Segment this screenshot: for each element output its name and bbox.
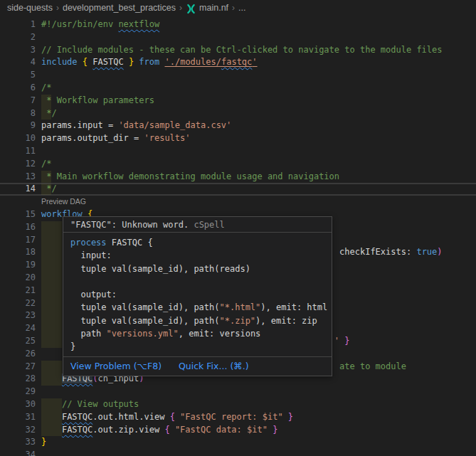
hover-code-line: output:	[70, 288, 324, 301]
code-line-content[interactable]: include { FASTQC } from './modules/fastq…	[41, 56, 476, 69]
line-number: 25	[0, 335, 41, 348]
hover-code-line: path "versions.yml", emit: versions	[70, 327, 324, 340]
code-line-content[interactable]: FASTQC.out.zip.view { "FastQC data: $it"…	[41, 424, 476, 437]
code-line: 30 // View outputs	[0, 398, 476, 411]
line-number: 24	[0, 322, 41, 335]
line-number: 10	[0, 132, 41, 145]
line-number: 34	[0, 449, 41, 456]
code-line-content[interactable]	[41, 449, 476, 456]
line-number: 29	[0, 386, 41, 398]
line-number: 21	[0, 285, 41, 297]
indent-guide-tint	[41, 411, 62, 424]
quick-fix-action[interactable]: Quick Fix... (⌘.)	[179, 361, 249, 371]
line-number: 17	[0, 234, 41, 247]
code-line: 12/*	[0, 158, 476, 171]
code-line: 8 */	[0, 107, 476, 120]
line-number: 20	[0, 272, 41, 285]
code-line-content[interactable]: FASTQC.out.html.view { "FastQC report: $…	[41, 411, 476, 424]
breadcrumb-separator: ›	[56, 3, 59, 13]
code-line-content[interactable]: }	[41, 436, 476, 449]
indent-guide-tint	[41, 309, 62, 322]
code-line: 3// Include modules - these can be Ctrl-…	[0, 44, 476, 57]
code-line: 34	[0, 449, 476, 456]
breadcrumb: side-quests › development_best_practices…	[0, 0, 476, 16]
indent-guide-tint	[41, 95, 51, 107]
line-number: 9	[0, 120, 41, 132]
hover-code-preview: process FASTQC { input: tuple val(sample…	[63, 233, 332, 356]
line-number: 3	[0, 44, 41, 57]
line-number: 30	[0, 398, 41, 411]
breadcrumb-item-side-quests[interactable]: side-quests	[7, 3, 53, 13]
code-line-content[interactable]: * Workflow parameters	[41, 95, 476, 107]
code-line: 1#!/usr/bin/env nextflow	[0, 18, 476, 31]
indent-guide-tint	[41, 107, 51, 120]
line-number: 19	[0, 259, 41, 272]
line-number: 7	[0, 95, 41, 107]
code-line: 7 * Workflow parameters	[0, 95, 476, 107]
indent-guide-tint	[41, 285, 62, 297]
code-line-content[interactable]: /*	[41, 158, 476, 171]
code-line-content[interactable]: #!/usr/bin/env nextflow	[41, 18, 476, 31]
line-number: 16	[0, 221, 41, 234]
indent-guide-tint	[41, 297, 62, 310]
hover-code-line	[70, 275, 324, 288]
line-number: 31	[0, 411, 41, 424]
code-line-content[interactable]: /*	[41, 82, 476, 95]
code-line: 32 FASTQC.out.zip.view { "FastQC data: $…	[0, 424, 476, 437]
code-line-content[interactable]	[41, 145, 476, 158]
code-line: 13 * Main workflow demonstrating module …	[0, 171, 476, 184]
code-line: 11	[0, 145, 476, 158]
code-line: 33}	[0, 436, 476, 449]
indent-guide-tint	[41, 246, 62, 259]
line-number: 2	[0, 31, 41, 44]
view-problem-action[interactable]: View Problem (⌥F8)	[70, 361, 162, 371]
hover-code-line: process FASTQC {	[70, 236, 324, 249]
code-line-content[interactable]: */	[41, 107, 476, 120]
code-line: 9params.input = 'data/sample_data.csv'	[0, 120, 476, 132]
hover-code-line: tuple val(sample_id), path("*.html"), em…	[70, 301, 324, 314]
problem-source: cSpell	[194, 220, 224, 230]
code-line-content[interactable]: params.output_dir = 'results'	[41, 132, 476, 145]
line-number: 23	[0, 309, 41, 322]
line-number: 28	[0, 373, 41, 386]
breadcrumb-item-symbol[interactable]: ...	[238, 3, 245, 13]
code-line-content[interactable]: // View outputs	[41, 398, 476, 411]
code-line-content[interactable]: // Include modules - these can be Ctrl-c…	[41, 44, 476, 57]
indent-guide-tint	[41, 335, 62, 348]
line-number: 22	[0, 297, 41, 310]
hover-popup: "FASTQC": Unknown word. cSpell process F…	[63, 216, 332, 376]
codelens-preview-dag[interactable]: Preview DAG	[0, 196, 476, 208]
code-line-content[interactable]: */	[41, 184, 476, 195]
line-number: 32	[0, 424, 41, 437]
code-line: 4include { FASTQC } from './modules/fast…	[0, 56, 476, 69]
code-line: 6/*	[0, 82, 476, 95]
code-line: 31 FASTQC.out.html.view { "FastQC report…	[0, 411, 476, 424]
line-number: 1	[0, 18, 41, 31]
breadcrumb-item-folder[interactable]: development_best_practices	[63, 3, 176, 13]
code-line: 2	[0, 31, 476, 44]
line-number: 6	[0, 82, 41, 95]
line-number: 33	[0, 436, 41, 449]
breadcrumb-separator: ›	[232, 3, 235, 13]
breadcrumb-item-file[interactable]: main.nf	[199, 3, 228, 13]
line-number: 13	[0, 171, 41, 184]
indent-guide-tint	[41, 322, 62, 335]
code-line-content[interactable]	[41, 386, 476, 398]
indent-guide-tint	[41, 234, 62, 247]
problem-text: "FASTQC": Unknown word.	[70, 220, 189, 230]
line-number: 4	[0, 56, 41, 69]
line-number: 12	[0, 158, 41, 171]
indent-guide-tint	[41, 272, 62, 285]
hover-code-line: input:	[70, 249, 324, 262]
code-line: 14 */	[0, 183, 476, 196]
code-line-content[interactable]	[41, 31, 476, 44]
line-number: 8	[0, 107, 41, 120]
hover-actions: View Problem (⌥F8) Quick Fix... (⌘.)	[63, 356, 332, 376]
indent-guide-tint	[41, 221, 62, 234]
code-line-content[interactable]	[41, 69, 476, 82]
line-number: 26	[0, 348, 41, 361]
code-line-content[interactable]: * Main workflow demonstrating module usa…	[41, 171, 476, 184]
code-line-content[interactable]: params.input = 'data/sample_data.csv'	[41, 120, 476, 132]
indent-guide-tint	[41, 361, 62, 373]
line-number: 5	[0, 69, 41, 82]
